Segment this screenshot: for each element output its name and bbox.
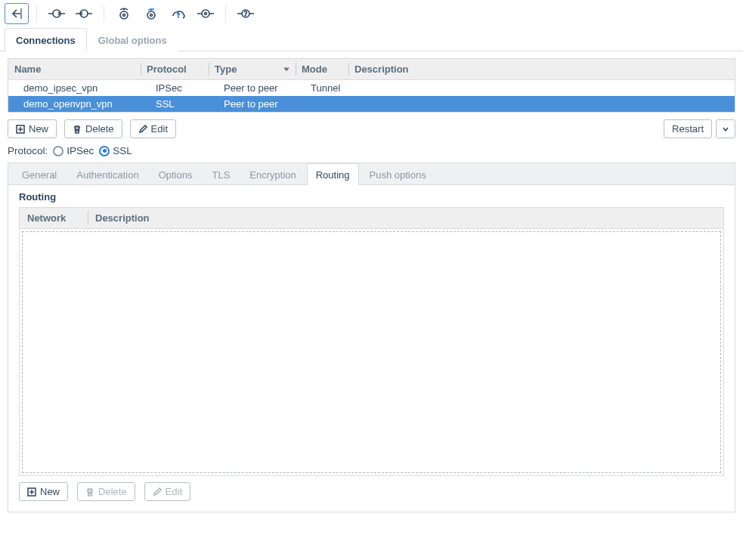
routing-new-button[interactable]: New [19, 482, 68, 501]
col-description[interactable]: Description [348, 59, 735, 79]
sub-tabs: General Authentication Options TLS Encry… [8, 163, 735, 185]
table-row[interactable]: demo_ipsec_vpn IPSec Peer to peer Tunnel [8, 80, 735, 96]
toolbar-separator [225, 5, 226, 22]
tab-tls[interactable]: TLS [203, 163, 239, 185]
col-type[interactable]: Type [209, 59, 296, 79]
cell-protocol: SSL [141, 96, 209, 112]
routing-drop-area[interactable] [22, 231, 721, 473]
tab-authentication[interactable]: Authentication [67, 163, 147, 185]
cell-type: Peer to peer [209, 80, 296, 96]
cell-type: Peer to peer [209, 96, 296, 112]
table-row[interactable]: demo_openvpn_vpn SSL Peer to peer [8, 96, 735, 112]
protocol-label: Protocol: [8, 145, 48, 156]
radio-ipsec[interactable]: IPSec [53, 145, 94, 156]
edit-button[interactable]: Edit [130, 119, 176, 138]
svg-point-7 [202, 10, 209, 17]
svg-point-10 [245, 15, 246, 16]
cell-desc [348, 80, 735, 96]
svg-point-6 [150, 14, 153, 17]
new-button[interactable]: New [8, 119, 57, 138]
restart-button[interactable]: Restart [664, 119, 712, 138]
back-icon[interactable] [5, 3, 29, 24]
restart-dropdown[interactable] [716, 119, 735, 138]
gear-eye-icon[interactable] [112, 3, 136, 24]
svg-point-4 [123, 8, 124, 9]
svg-point-5 [147, 11, 155, 19]
gear-circle-icon[interactable] [193, 3, 218, 24]
col-mode[interactable]: Mode [296, 59, 348, 79]
arrow-left-circle-icon[interactable] [72, 3, 96, 24]
protocol-selector: Protocol: IPSec SSL [8, 145, 735, 156]
cell-name: demo_ipsec_vpn [8, 80, 141, 96]
tab-connections[interactable]: Connections [5, 28, 87, 51]
svg-point-3 [123, 14, 125, 17]
table-header: Name Protocol Type Mode Description [8, 59, 735, 80]
svg-point-8 [205, 13, 207, 15]
toolbar-separator [104, 5, 104, 22]
tab-routing[interactable]: Routing [307, 163, 359, 185]
main-tabs: Connections Global options [0, 28, 743, 51]
vpn-table: Name Protocol Type Mode Description demo… [8, 58, 735, 113]
help-circle-icon[interactable] [234, 3, 258, 24]
routing-delete-button: Delete [77, 482, 135, 501]
routing-title: Routing [19, 191, 724, 203]
sort-caret-icon [283, 67, 289, 71]
col-name[interactable]: Name [8, 59, 141, 79]
table-actions: New Delete Edit Restart [8, 119, 735, 138]
svg-point-2 [120, 11, 128, 19]
detail-panel: General Authentication Options TLS Encry… [8, 162, 735, 512]
routing-actions: New Delete Edit [19, 482, 724, 501]
delete-button[interactable]: Delete [64, 119, 122, 138]
routing-table: Network Description [19, 207, 724, 476]
gear-swap-icon[interactable] [139, 3, 163, 24]
top-toolbar [0, 0, 743, 28]
upload-cloud-icon[interactable] [166, 3, 190, 24]
col-description[interactable]: Description [88, 208, 723, 228]
routing-panel: Routing Network Description New Delete E… [8, 185, 735, 512]
col-network[interactable]: Network [20, 208, 88, 228]
cell-mode: Tunnel [296, 80, 348, 96]
col-protocol[interactable]: Protocol [141, 59, 209, 79]
radio-ssl[interactable]: SSL [99, 145, 132, 156]
toolbar-separator [36, 5, 37, 22]
tab-encryption[interactable]: Encryption [240, 163, 305, 185]
cell-protocol: IPSec [141, 80, 209, 96]
arrow-right-circle-icon[interactable] [45, 3, 69, 24]
cell-name: demo_openvpn_vpn [8, 96, 141, 112]
tab-options[interactable]: Options [150, 163, 202, 185]
cell-mode [296, 96, 348, 112]
cell-desc [348, 96, 735, 112]
routing-header: Network Description [20, 208, 723, 229]
tab-global-options[interactable]: Global options [87, 28, 178, 51]
tab-push-options[interactable]: Push options [361, 163, 435, 185]
tab-general[interactable]: General [13, 163, 66, 185]
routing-edit-button: Edit [144, 482, 190, 501]
